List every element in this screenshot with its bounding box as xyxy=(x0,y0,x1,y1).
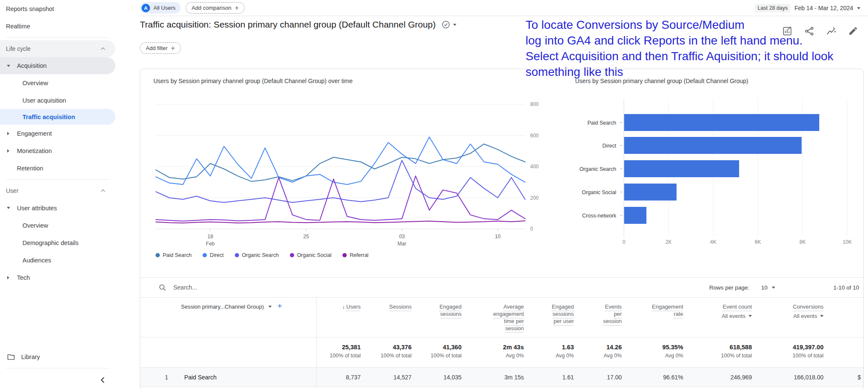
chevron-down-icon xyxy=(820,315,823,317)
legend-label: Organic Social xyxy=(297,252,331,258)
sidebar-item-library[interactable]: Library xyxy=(0,348,115,365)
date-range-selector[interactable]: Last 28 days Feb 14 - Mar 12, 2024 xyxy=(755,0,860,16)
svg-text:03: 03 xyxy=(399,234,405,240)
filter-row: Add filter + xyxy=(140,42,181,54)
totals-cell: 618,588100% of total xyxy=(683,337,752,367)
audience-avatar: A xyxy=(142,4,150,12)
sidebar-item-realtime[interactable]: Realtime xyxy=(0,17,115,35)
sidebar-item-monetization[interactable]: Monetization xyxy=(0,142,115,159)
svg-text:200: 200 xyxy=(530,195,539,201)
svg-text:6K: 6K xyxy=(755,239,761,245)
svg-text:10K: 10K xyxy=(843,239,851,245)
data-quality-icon[interactable] xyxy=(442,20,450,29)
sidebar-divider xyxy=(6,37,109,38)
column-header-avg-engagement-time[interactable]: Average engagement time per session xyxy=(462,298,524,337)
search-input[interactable] xyxy=(172,284,351,291)
svg-text:Organic Social: Organic Social xyxy=(582,189,616,195)
column-header-event-count[interactable]: Event count All events xyxy=(683,298,752,337)
table-row[interactable]: 1 Paid Search 8,737 14,527 14,035 3m 15s… xyxy=(140,368,864,387)
chevron-up-icon xyxy=(101,47,105,51)
svg-text:18: 18 xyxy=(208,234,214,240)
sidebar-item-reports-snapshot[interactable]: Reports snapshot xyxy=(0,0,115,17)
cell-engaged-sessions: 14,035 xyxy=(412,374,462,381)
column-header-engagement-rate[interactable]: Engagement rate xyxy=(622,298,683,337)
svg-text:Mar: Mar xyxy=(398,241,406,247)
event-count-filter[interactable]: All events xyxy=(683,312,752,320)
table-header-row: Session primary...Channel Group) + ↓User… xyxy=(140,298,864,337)
cell-conversions: 166,018.00 xyxy=(752,374,823,381)
sidebar-item-traffic-acquisition[interactable]: Traffic acquisition xyxy=(0,109,115,125)
svg-text:Organic Search: Organic Search xyxy=(579,166,616,172)
collapse-sidebar-icon[interactable] xyxy=(100,377,106,383)
svg-text:0: 0 xyxy=(623,239,626,245)
all-users-chip[interactable]: A All Users xyxy=(140,2,181,14)
expand-arrow-icon xyxy=(7,207,10,209)
sidebar-item-user-attributes-overview[interactable]: Overview xyxy=(0,217,115,234)
report-card: Users by Session primary channel group (… xyxy=(140,69,864,390)
legend-dot-icon xyxy=(342,253,347,257)
totals-cell: 25,381100% of total xyxy=(317,337,361,367)
edit-icon[interactable] xyxy=(848,25,859,36)
sidebar-item-user-acquisition[interactable]: User acquisition xyxy=(0,92,115,109)
chevron-down-icon[interactable] xyxy=(453,24,456,26)
row-channel-name: Paid Search xyxy=(168,374,217,381)
add-comparison-button[interactable]: Add comparison + xyxy=(186,2,245,14)
add-dimension-icon[interactable]: + xyxy=(278,303,282,309)
table-row-partial xyxy=(140,387,864,390)
bar-chart: 02K4K6K8K10KPaid SearchDirectOrganic Sea… xyxy=(576,95,864,247)
chevron-down-icon xyxy=(772,287,775,289)
chevron-down-icon[interactable] xyxy=(268,306,272,308)
sidebar-item-acquisition-overview[interactable]: Overview xyxy=(0,74,115,92)
sidebar-item-tech[interactable]: Tech xyxy=(0,269,115,286)
dimension-column-header[interactable]: Session primary...Channel Group) + xyxy=(140,298,317,337)
svg-text:Direct: Direct xyxy=(602,143,616,149)
svg-text:4K: 4K xyxy=(710,239,716,245)
rows-per-page[interactable]: Rows per page: 10 xyxy=(709,284,775,291)
svg-text:2K: 2K xyxy=(665,239,672,245)
column-header-sessions[interactable]: Sessions xyxy=(361,298,412,337)
sidebar-item-demographic-details[interactable]: Demographic details xyxy=(0,234,115,251)
legend-item: Organic Social xyxy=(290,252,331,258)
sidebar-item-retention[interactable]: Retention xyxy=(0,159,115,177)
svg-text:Cross-network: Cross-network xyxy=(582,213,616,219)
legend-dot-icon xyxy=(156,253,160,257)
totals-cell: 95.35%Avg 0% xyxy=(622,337,683,367)
cell-events-per-session: 17.00 xyxy=(574,374,622,381)
cell-sessions: 14,527 xyxy=(361,374,412,381)
add-filter-button[interactable]: Add filter + xyxy=(140,42,181,54)
column-header-engaged-sessions[interactable]: Engaged sessions xyxy=(412,298,462,337)
legend-item: Direct xyxy=(203,252,224,258)
column-header-events-per-session[interactable]: Events per session xyxy=(574,298,622,337)
sort-descending-icon: ↓ xyxy=(342,304,345,310)
legend-label: Referral xyxy=(350,252,368,258)
column-header-conversions[interactable]: Conversions All events xyxy=(752,298,823,337)
annotation-line: log into GA4 and click Reports in the le… xyxy=(526,33,833,48)
conversions-filter[interactable]: All events xyxy=(752,312,823,320)
legend-item: Paid Search xyxy=(156,252,192,258)
column-header-clipped xyxy=(823,298,864,337)
cell-users: 8,737 xyxy=(317,374,361,381)
svg-text:0: 0 xyxy=(530,226,533,232)
cell-engaged-sessions-per-user: 1.61 xyxy=(524,374,574,381)
column-header-engaged-sessions-per-user[interactable]: Engaged sessions per user xyxy=(524,298,574,337)
sidebar-item-acquisition[interactable]: Acquisition xyxy=(0,57,115,74)
sidebar-item-user-attributes[interactable]: User attributes xyxy=(0,199,115,217)
cell-event-count: 246,969 xyxy=(683,374,752,381)
svg-text:25: 25 xyxy=(303,234,309,240)
rows-per-page-value: 10 xyxy=(761,284,768,291)
sidebar-item-engagement[interactable]: Engagement xyxy=(0,125,115,142)
column-header-users[interactable]: ↓Users xyxy=(317,298,361,337)
title-row: Traffic acquisition: Session primary cha… xyxy=(140,20,456,30)
chevron-down-icon xyxy=(857,7,860,9)
legend-label: Paid Search xyxy=(163,252,192,258)
sidebar-section-life-cycle[interactable]: Life cycle xyxy=(0,40,115,57)
sidebar-section-user[interactable]: User xyxy=(0,182,115,199)
page-title: Traffic acquisition: Session primary cha… xyxy=(140,20,436,30)
chevron-up-icon xyxy=(101,189,105,193)
cell-clipped-revenue: $ xyxy=(823,374,864,381)
sidebar-item-audiences[interactable]: Audiences xyxy=(0,251,115,269)
legend-dot-icon xyxy=(203,253,207,257)
collapsed-arrow-icon xyxy=(7,132,9,135)
legend-dot-icon xyxy=(235,253,239,257)
svg-text:Paid Search: Paid Search xyxy=(587,120,616,126)
